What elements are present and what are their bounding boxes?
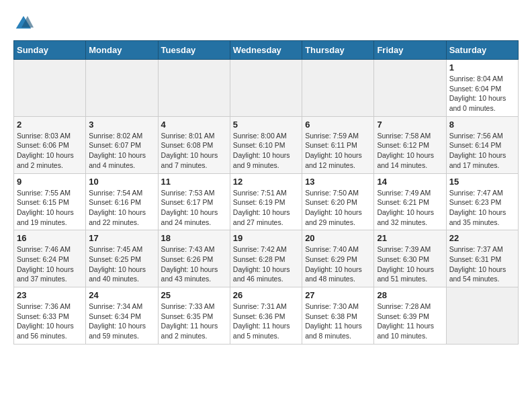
day-info: Sunrise: 7:40 AM Sunset: 6:29 PM Dayligh…: [305, 244, 371, 284]
day-number: 4: [161, 120, 227, 130]
calendar-week-3: 9Sunrise: 7:55 AM Sunset: 6:15 PM Daylig…: [14, 173, 519, 230]
calendar-cell: 22Sunrise: 7:37 AM Sunset: 6:31 PM Dayli…: [446, 230, 518, 287]
day-header-wednesday: Wednesday: [230, 41, 302, 60]
calendar-week-5: 23Sunrise: 7:36 AM Sunset: 6:33 PM Dayli…: [14, 287, 519, 345]
day-info: Sunrise: 7:53 AM Sunset: 6:17 PM Dayligh…: [161, 188, 227, 228]
day-number: 1: [449, 62, 515, 73]
calendar-cell: 16Sunrise: 7:46 AM Sunset: 6:24 PM Dayli…: [14, 230, 86, 287]
day-info: Sunrise: 8:01 AM Sunset: 6:08 PM Dayligh…: [161, 131, 227, 171]
day-number: 27: [305, 290, 371, 300]
day-number: 22: [449, 233, 515, 243]
day-info: Sunrise: 7:37 AM Sunset: 6:31 PM Dayligh…: [449, 244, 515, 284]
calendar-header-row: SundayMondayTuesdayWednesdayThursdayFrid…: [14, 41, 519, 60]
day-info: Sunrise: 7:54 AM Sunset: 6:16 PM Dayligh…: [89, 188, 154, 228]
calendar-cell: 21Sunrise: 7:39 AM Sunset: 6:30 PM Dayli…: [374, 230, 446, 287]
calendar-cell: 18Sunrise: 7:43 AM Sunset: 6:26 PM Dayli…: [158, 230, 230, 287]
calendar-cell: 19Sunrise: 7:42 AM Sunset: 6:28 PM Dayli…: [230, 230, 302, 287]
day-number: 10: [89, 177, 154, 187]
day-info: Sunrise: 7:47 AM Sunset: 6:23 PM Dayligh…: [449, 188, 515, 228]
day-number: 9: [17, 177, 83, 187]
day-number: 8: [449, 120, 515, 130]
day-number: 20: [305, 233, 371, 243]
calendar-cell: 1Sunrise: 8:04 AM Sunset: 6:04 PM Daylig…: [446, 60, 518, 117]
calendar-cell: 7Sunrise: 7:58 AM Sunset: 6:12 PM Daylig…: [374, 116, 446, 173]
day-number: 5: [233, 120, 299, 130]
day-info: Sunrise: 8:04 AM Sunset: 6:04 PM Dayligh…: [449, 74, 515, 113]
day-info: Sunrise: 7:28 AM Sunset: 6:39 PM Dayligh…: [377, 302, 443, 341]
day-info: Sunrise: 8:03 AM Sunset: 6:06 PM Dayligh…: [17, 131, 83, 171]
calendar-cell: 15Sunrise: 7:47 AM Sunset: 6:23 PM Dayli…: [446, 173, 518, 230]
day-number: 25: [161, 290, 227, 300]
logo: [13, 13, 36, 34]
day-number: 17: [89, 233, 154, 243]
calendar-cell: 20Sunrise: 7:40 AM Sunset: 6:29 PM Dayli…: [302, 230, 374, 287]
day-info: Sunrise: 7:34 AM Sunset: 6:34 PM Dayligh…: [89, 302, 154, 341]
day-number: 28: [377, 290, 443, 300]
day-info: Sunrise: 7:31 AM Sunset: 6:36 PM Dayligh…: [233, 302, 299, 341]
day-info: Sunrise: 7:59 AM Sunset: 6:11 PM Dayligh…: [305, 131, 371, 171]
calendar-week-2: 2Sunrise: 8:03 AM Sunset: 6:06 PM Daylig…: [14, 116, 519, 173]
day-header-saturday: Saturday: [446, 41, 518, 60]
day-number: 3: [89, 120, 154, 130]
day-info: Sunrise: 8:02 AM Sunset: 6:07 PM Dayligh…: [89, 131, 154, 171]
day-info: Sunrise: 7:36 AM Sunset: 6:33 PM Dayligh…: [17, 302, 83, 341]
calendar-cell: 27Sunrise: 7:30 AM Sunset: 6:38 PM Dayli…: [302, 287, 374, 345]
day-info: Sunrise: 7:50 AM Sunset: 6:20 PM Dayligh…: [305, 188, 371, 228]
day-number: 19: [233, 233, 299, 243]
page-header: [13, 13, 519, 34]
day-number: 2: [17, 120, 83, 130]
calendar-cell: 14Sunrise: 7:49 AM Sunset: 6:21 PM Dayli…: [374, 173, 446, 230]
day-number: 11: [161, 177, 227, 187]
day-number: 15: [449, 177, 515, 187]
calendar-cell: [230, 60, 302, 117]
calendar-cell: [86, 60, 158, 117]
day-number: 6: [305, 120, 371, 130]
day-header-friday: Friday: [374, 41, 446, 60]
day-number: 24: [89, 290, 154, 300]
day-info: Sunrise: 7:49 AM Sunset: 6:21 PM Dayligh…: [377, 188, 443, 228]
day-number: 12: [233, 177, 299, 187]
calendar-cell: 12Sunrise: 7:51 AM Sunset: 6:19 PM Dayli…: [230, 173, 302, 230]
day-info: Sunrise: 7:51 AM Sunset: 6:19 PM Dayligh…: [233, 188, 299, 228]
day-info: Sunrise: 7:56 AM Sunset: 6:14 PM Dayligh…: [449, 131, 515, 171]
day-info: Sunrise: 7:55 AM Sunset: 6:15 PM Dayligh…: [17, 188, 83, 228]
calendar-cell: 8Sunrise: 7:56 AM Sunset: 6:14 PM Daylig…: [446, 116, 518, 173]
calendar-cell: 23Sunrise: 7:36 AM Sunset: 6:33 PM Dayli…: [14, 287, 86, 345]
calendar-week-1: 1Sunrise: 8:04 AM Sunset: 6:04 PM Daylig…: [14, 60, 519, 117]
day-info: Sunrise: 7:45 AM Sunset: 6:25 PM Dayligh…: [89, 244, 154, 284]
calendar-cell: 5Sunrise: 8:00 AM Sunset: 6:10 PM Daylig…: [230, 116, 302, 173]
calendar-cell: [302, 60, 374, 117]
calendar-cell: 25Sunrise: 7:33 AM Sunset: 6:35 PM Dayli…: [158, 287, 230, 345]
calendar-cell: 26Sunrise: 7:31 AM Sunset: 6:36 PM Dayli…: [230, 287, 302, 345]
day-number: 14: [377, 177, 443, 187]
day-number: 23: [17, 290, 83, 300]
calendar-cell: 17Sunrise: 7:45 AM Sunset: 6:25 PM Dayli…: [86, 230, 158, 287]
calendar-cell: [158, 60, 230, 117]
day-info: Sunrise: 7:42 AM Sunset: 6:28 PM Dayligh…: [233, 244, 299, 284]
day-info: Sunrise: 7:39 AM Sunset: 6:30 PM Dayligh…: [377, 244, 443, 284]
calendar-cell: 9Sunrise: 7:55 AM Sunset: 6:15 PM Daylig…: [14, 173, 86, 230]
calendar-cell: 28Sunrise: 7:28 AM Sunset: 6:39 PM Dayli…: [374, 287, 446, 345]
day-info: Sunrise: 7:43 AM Sunset: 6:26 PM Dayligh…: [161, 244, 227, 284]
calendar-cell: 3Sunrise: 8:02 AM Sunset: 6:07 PM Daylig…: [86, 116, 158, 173]
day-info: Sunrise: 7:33 AM Sunset: 6:35 PM Dayligh…: [161, 302, 227, 341]
day-number: 21: [377, 233, 443, 243]
calendar-week-4: 16Sunrise: 7:46 AM Sunset: 6:24 PM Dayli…: [14, 230, 519, 287]
calendar-cell: [446, 287, 518, 345]
day-header-tuesday: Tuesday: [158, 41, 230, 60]
day-number: 16: [17, 233, 83, 243]
calendar-cell: 11Sunrise: 7:53 AM Sunset: 6:17 PM Dayli…: [158, 173, 230, 230]
calendar-cell: 6Sunrise: 7:59 AM Sunset: 6:11 PM Daylig…: [302, 116, 374, 173]
calendar-table: SundayMondayTuesdayWednesdayThursdayFrid…: [13, 40, 519, 345]
day-number: 26: [233, 290, 299, 300]
day-header-sunday: Sunday: [14, 41, 86, 60]
calendar-body: 1Sunrise: 8:04 AM Sunset: 6:04 PM Daylig…: [14, 60, 519, 345]
day-header-monday: Monday: [86, 41, 158, 60]
logo-icon: [13, 13, 34, 34]
day-info: Sunrise: 7:46 AM Sunset: 6:24 PM Dayligh…: [17, 244, 83, 284]
day-info: Sunrise: 8:00 AM Sunset: 6:10 PM Dayligh…: [233, 131, 299, 171]
calendar-cell: [14, 60, 86, 117]
day-number: 7: [377, 120, 443, 130]
day-number: 18: [161, 233, 227, 243]
day-info: Sunrise: 7:58 AM Sunset: 6:12 PM Dayligh…: [377, 131, 443, 171]
